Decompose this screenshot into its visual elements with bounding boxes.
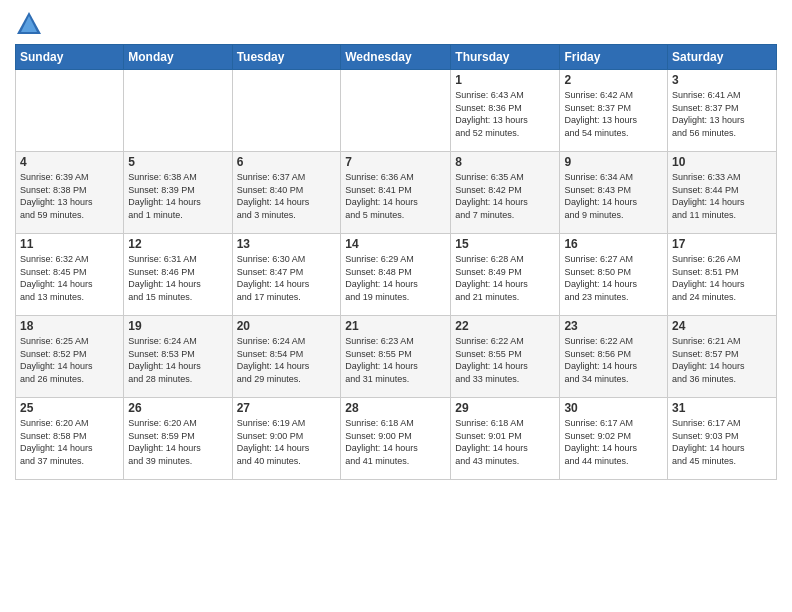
day-number: 17: [672, 237, 772, 251]
day-number: 31: [672, 401, 772, 415]
day-number: 4: [20, 155, 119, 169]
day-number: 28: [345, 401, 446, 415]
calendar-body: 1Sunrise: 6:43 AM Sunset: 8:36 PM Daylig…: [16, 70, 777, 480]
calendar-cell: [232, 70, 341, 152]
weekday-header-friday: Friday: [560, 45, 668, 70]
calendar-cell: 23Sunrise: 6:22 AM Sunset: 8:56 PM Dayli…: [560, 316, 668, 398]
day-info: Sunrise: 6:35 AM Sunset: 8:42 PM Dayligh…: [455, 171, 555, 221]
calendar-cell: 20Sunrise: 6:24 AM Sunset: 8:54 PM Dayli…: [232, 316, 341, 398]
day-info: Sunrise: 6:22 AM Sunset: 8:56 PM Dayligh…: [564, 335, 663, 385]
calendar-cell: 3Sunrise: 6:41 AM Sunset: 8:37 PM Daylig…: [668, 70, 777, 152]
day-number: 23: [564, 319, 663, 333]
day-info: Sunrise: 6:28 AM Sunset: 8:49 PM Dayligh…: [455, 253, 555, 303]
day-info: Sunrise: 6:23 AM Sunset: 8:55 PM Dayligh…: [345, 335, 446, 385]
weekday-header-wednesday: Wednesday: [341, 45, 451, 70]
calendar-cell: 8Sunrise: 6:35 AM Sunset: 8:42 PM Daylig…: [451, 152, 560, 234]
calendar-table: SundayMondayTuesdayWednesdayThursdayFrid…: [15, 44, 777, 480]
calendar-week-row: 18Sunrise: 6:25 AM Sunset: 8:52 PM Dayli…: [16, 316, 777, 398]
day-info: Sunrise: 6:20 AM Sunset: 8:58 PM Dayligh…: [20, 417, 119, 467]
day-number: 8: [455, 155, 555, 169]
weekday-header-row: SundayMondayTuesdayWednesdayThursdayFrid…: [16, 45, 777, 70]
day-number: 24: [672, 319, 772, 333]
day-info: Sunrise: 6:17 AM Sunset: 9:03 PM Dayligh…: [672, 417, 772, 467]
calendar-cell: 19Sunrise: 6:24 AM Sunset: 8:53 PM Dayli…: [124, 316, 232, 398]
day-number: 15: [455, 237, 555, 251]
day-number: 3: [672, 73, 772, 87]
calendar-cell: 10Sunrise: 6:33 AM Sunset: 8:44 PM Dayli…: [668, 152, 777, 234]
calendar-cell: 28Sunrise: 6:18 AM Sunset: 9:00 PM Dayli…: [341, 398, 451, 480]
day-number: 1: [455, 73, 555, 87]
day-info: Sunrise: 6:24 AM Sunset: 8:54 PM Dayligh…: [237, 335, 337, 385]
calendar-cell: 29Sunrise: 6:18 AM Sunset: 9:01 PM Dayli…: [451, 398, 560, 480]
day-number: 22: [455, 319, 555, 333]
weekday-header-thursday: Thursday: [451, 45, 560, 70]
day-info: Sunrise: 6:19 AM Sunset: 9:00 PM Dayligh…: [237, 417, 337, 467]
weekday-header-sunday: Sunday: [16, 45, 124, 70]
calendar-cell: 9Sunrise: 6:34 AM Sunset: 8:43 PM Daylig…: [560, 152, 668, 234]
day-info: Sunrise: 6:22 AM Sunset: 8:55 PM Dayligh…: [455, 335, 555, 385]
calendar-cell: 31Sunrise: 6:17 AM Sunset: 9:03 PM Dayli…: [668, 398, 777, 480]
day-number: 20: [237, 319, 337, 333]
weekday-header-monday: Monday: [124, 45, 232, 70]
calendar-cell: 2Sunrise: 6:42 AM Sunset: 8:37 PM Daylig…: [560, 70, 668, 152]
day-info: Sunrise: 6:27 AM Sunset: 8:50 PM Dayligh…: [564, 253, 663, 303]
day-info: Sunrise: 6:20 AM Sunset: 8:59 PM Dayligh…: [128, 417, 227, 467]
day-info: Sunrise: 6:18 AM Sunset: 9:00 PM Dayligh…: [345, 417, 446, 467]
calendar-cell: 1Sunrise: 6:43 AM Sunset: 8:36 PM Daylig…: [451, 70, 560, 152]
calendar-week-row: 11Sunrise: 6:32 AM Sunset: 8:45 PM Dayli…: [16, 234, 777, 316]
calendar-cell: 5Sunrise: 6:38 AM Sunset: 8:39 PM Daylig…: [124, 152, 232, 234]
calendar-cell: 15Sunrise: 6:28 AM Sunset: 8:49 PM Dayli…: [451, 234, 560, 316]
day-number: 6: [237, 155, 337, 169]
day-info: Sunrise: 6:30 AM Sunset: 8:47 PM Dayligh…: [237, 253, 337, 303]
day-number: 7: [345, 155, 446, 169]
day-number: 13: [237, 237, 337, 251]
day-number: 10: [672, 155, 772, 169]
calendar-cell: 12Sunrise: 6:31 AM Sunset: 8:46 PM Dayli…: [124, 234, 232, 316]
day-info: Sunrise: 6:34 AM Sunset: 8:43 PM Dayligh…: [564, 171, 663, 221]
day-info: Sunrise: 6:39 AM Sunset: 8:38 PM Dayligh…: [20, 171, 119, 221]
calendar-cell: 7Sunrise: 6:36 AM Sunset: 8:41 PM Daylig…: [341, 152, 451, 234]
calendar-week-row: 25Sunrise: 6:20 AM Sunset: 8:58 PM Dayli…: [16, 398, 777, 480]
day-info: Sunrise: 6:24 AM Sunset: 8:53 PM Dayligh…: [128, 335, 227, 385]
calendar-week-row: 1Sunrise: 6:43 AM Sunset: 8:36 PM Daylig…: [16, 70, 777, 152]
page: SundayMondayTuesdayWednesdayThursdayFrid…: [0, 0, 792, 612]
day-info: Sunrise: 6:32 AM Sunset: 8:45 PM Dayligh…: [20, 253, 119, 303]
day-number: 27: [237, 401, 337, 415]
day-number: 19: [128, 319, 227, 333]
day-info: Sunrise: 6:36 AM Sunset: 8:41 PM Dayligh…: [345, 171, 446, 221]
day-number: 18: [20, 319, 119, 333]
day-info: Sunrise: 6:43 AM Sunset: 8:36 PM Dayligh…: [455, 89, 555, 139]
day-number: 25: [20, 401, 119, 415]
logo-icon: [15, 10, 43, 38]
day-info: Sunrise: 6:18 AM Sunset: 9:01 PM Dayligh…: [455, 417, 555, 467]
calendar-cell: 11Sunrise: 6:32 AM Sunset: 8:45 PM Dayli…: [16, 234, 124, 316]
day-info: Sunrise: 6:26 AM Sunset: 8:51 PM Dayligh…: [672, 253, 772, 303]
calendar-cell: 16Sunrise: 6:27 AM Sunset: 8:50 PM Dayli…: [560, 234, 668, 316]
calendar-cell: 25Sunrise: 6:20 AM Sunset: 8:58 PM Dayli…: [16, 398, 124, 480]
day-info: Sunrise: 6:21 AM Sunset: 8:57 PM Dayligh…: [672, 335, 772, 385]
day-number: 5: [128, 155, 227, 169]
day-number: 26: [128, 401, 227, 415]
day-number: 29: [455, 401, 555, 415]
calendar-week-row: 4Sunrise: 6:39 AM Sunset: 8:38 PM Daylig…: [16, 152, 777, 234]
calendar-cell: 24Sunrise: 6:21 AM Sunset: 8:57 PM Dayli…: [668, 316, 777, 398]
day-info: Sunrise: 6:41 AM Sunset: 8:37 PM Dayligh…: [672, 89, 772, 139]
calendar-cell: 21Sunrise: 6:23 AM Sunset: 8:55 PM Dayli…: [341, 316, 451, 398]
calendar-cell: 18Sunrise: 6:25 AM Sunset: 8:52 PM Dayli…: [16, 316, 124, 398]
calendar-cell: [16, 70, 124, 152]
day-number: 30: [564, 401, 663, 415]
calendar-cell: 6Sunrise: 6:37 AM Sunset: 8:40 PM Daylig…: [232, 152, 341, 234]
calendar-cell: 26Sunrise: 6:20 AM Sunset: 8:59 PM Dayli…: [124, 398, 232, 480]
day-info: Sunrise: 6:38 AM Sunset: 8:39 PM Dayligh…: [128, 171, 227, 221]
day-number: 14: [345, 237, 446, 251]
day-info: Sunrise: 6:42 AM Sunset: 8:37 PM Dayligh…: [564, 89, 663, 139]
day-number: 2: [564, 73, 663, 87]
logo: [15, 10, 47, 38]
day-number: 16: [564, 237, 663, 251]
calendar-cell: [124, 70, 232, 152]
calendar-cell: 27Sunrise: 6:19 AM Sunset: 9:00 PM Dayli…: [232, 398, 341, 480]
day-info: Sunrise: 6:37 AM Sunset: 8:40 PM Dayligh…: [237, 171, 337, 221]
day-number: 11: [20, 237, 119, 251]
day-number: 12: [128, 237, 227, 251]
day-info: Sunrise: 6:33 AM Sunset: 8:44 PM Dayligh…: [672, 171, 772, 221]
